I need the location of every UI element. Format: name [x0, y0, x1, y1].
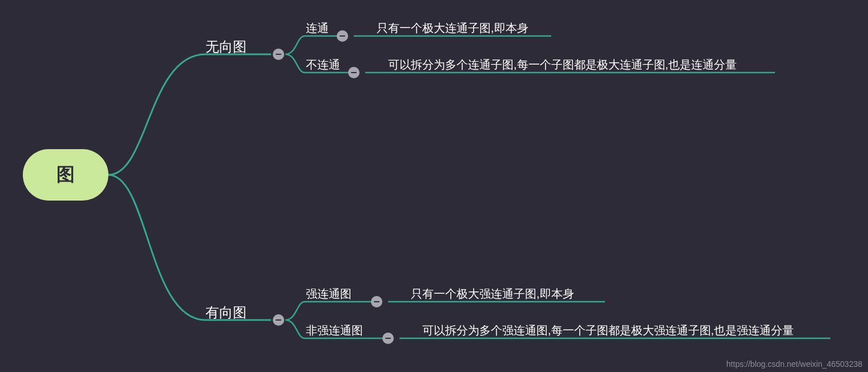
leaf-disconnected-desc: 可以拆分为多个连通子图,每一个子图都是极大连通子图,也是连通分量 [388, 57, 737, 73]
root-node[interactable]: 图 [23, 149, 108, 201]
branch-directed-label: 有向图 [205, 305, 247, 320]
mindmap-connectors [0, 0, 868, 372]
branch-undirected[interactable]: 无向图 [205, 38, 247, 56]
leaf-strongly[interactable]: 强连通图 [306, 286, 352, 302]
leaf-not-strongly-label: 非强连通图 [306, 324, 363, 337]
collapse-icon[interactable] [371, 296, 382, 307]
leaf-strongly-label: 强连通图 [306, 287, 352, 300]
branch-undirected-label: 无向图 [205, 39, 247, 54]
leaf-disconnected-label: 不连通 [306, 58, 340, 71]
leaf-disconnected[interactable]: 不连通 [306, 57, 340, 73]
leaf-connected-desc: 只有一个极大连通子图,即本身 [377, 21, 528, 36]
watermark: https://blog.csdn.net/weixin_46503238 [726, 359, 862, 369]
leaf-not-strongly[interactable]: 非强连通图 [306, 323, 363, 338]
leaf-strongly-desc: 只有一个极大强连通子图,即本身 [411, 286, 574, 302]
branch-directed[interactable]: 有向图 [205, 303, 247, 322]
leaf-connected[interactable]: 连通 [306, 21, 329, 36]
root-label: 图 [56, 162, 75, 187]
collapse-icon[interactable] [348, 67, 360, 78]
collapse-icon[interactable] [273, 49, 284, 60]
leaf-connected-label: 连通 [306, 22, 329, 34]
collapse-icon[interactable] [382, 333, 394, 344]
collapse-icon[interactable] [337, 30, 348, 42]
leaf-not-strongly-desc: 可以拆分为多个强连通图,每一个子图都是极大强连通子图,也是强连通分量 [422, 323, 794, 338]
collapse-icon[interactable] [273, 314, 284, 326]
